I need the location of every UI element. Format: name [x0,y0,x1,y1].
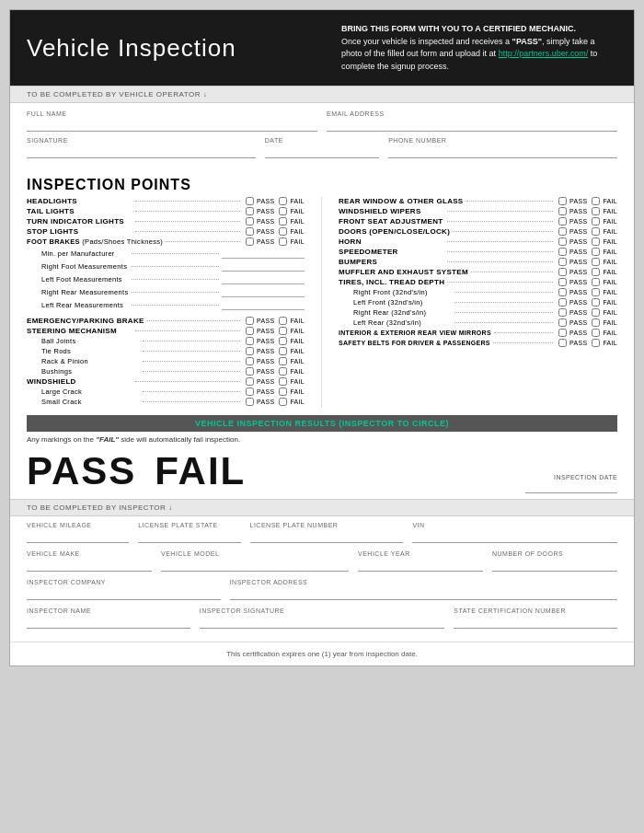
headlights-pass-checkbox[interactable] [246,197,254,205]
doors-fail-checkbox[interactable] [592,227,600,236]
rear-window-fail-checkbox[interactable] [592,197,600,205]
table-row: TURN INDICATOR LIGHTS PASS FAIL [27,217,305,226]
turn-indicator-pass-checkbox[interactable] [246,217,254,226]
speedometer-pass-checkbox[interactable] [558,248,567,256]
tail-lights-fail-checkbox[interactable] [279,207,287,215]
windshield-fail-checkbox[interactable] [279,377,287,386]
windshield-pass-checkbox[interactable] [246,377,254,386]
front-seat-pass-checkbox[interactable] [558,217,567,226]
phone-input[interactable] [388,145,617,158]
doors-input[interactable] [492,559,617,572]
table-row: STEERING MECHANISM PASS FAIL [27,327,305,335]
lr-tire-pass-checkbox[interactable] [558,318,567,327]
tires-pass-checkbox[interactable] [558,278,567,286]
rack-pinion-fail-checkbox[interactable] [279,357,287,365]
full-name-input[interactable] [27,119,317,132]
lf-tire-fail-checkbox[interactable] [592,298,600,307]
table-row: FOOT BRAKES (Pads/Shoes Thickness) PASS … [27,237,305,246]
lf-tire-pass-checkbox[interactable] [558,298,567,307]
wipers-fail-checkbox[interactable] [592,207,600,215]
date-field: DATE [265,137,379,158]
doors-pass-checkbox[interactable] [558,227,567,236]
mileage-field: VEHICLE MILEAGE [27,522,129,543]
steering-pass-checkbox[interactable] [246,327,254,335]
steering-fail-checkbox[interactable] [279,327,287,335]
mirrors-pass-checkbox[interactable] [558,329,567,337]
front-seat-fail-checkbox[interactable] [592,217,600,226]
large-crack-fail-checkbox[interactable] [279,388,287,396]
wipers-pass-checkbox[interactable] [558,207,567,215]
bushings-pass-checkbox[interactable] [246,367,254,376]
foot-brakes-pass-checkbox[interactable] [246,237,254,246]
bushings-fail-checkbox[interactable] [279,367,287,376]
bumpers-fail-checkbox[interactable] [592,258,600,266]
company-input[interactable] [27,587,221,600]
brake-sub-row: Left Rear Measurements [27,299,305,310]
address-field: INSPECTOR ADDRESS [230,579,617,600]
rr-tire-fail-checkbox[interactable] [592,308,600,317]
table-row: Tie Rods PASS FAIL [27,347,305,355]
horn-fail-checkbox[interactable] [592,237,600,246]
large-crack-pass-checkbox[interactable] [246,388,254,396]
table-row: INTERIOR & EXTERIOR REAR VIEW MIRRORS PA… [339,329,617,337]
horn-pass-checkbox[interactable] [558,237,567,246]
bumpers-pass-checkbox[interactable] [558,258,567,266]
speedometer-fail-checkbox[interactable] [592,248,600,256]
table-row: SAFETY BELTS FOR DRIVER & PASSENGERS PAS… [339,339,617,347]
full-name-field: FULL NAME [27,110,317,132]
safety-belts-fail-checkbox[interactable] [592,339,600,347]
year-input[interactable] [358,559,483,572]
tie-rods-fail-checkbox[interactable] [279,347,287,355]
rf-tire-fail-checkbox[interactable] [592,288,600,296]
ball-joints-pass-checkbox[interactable] [246,337,254,345]
fail-word: FAIL [155,449,246,493]
rf-tire-pass-checkbox[interactable] [558,288,567,296]
small-crack-pass-checkbox[interactable] [246,398,254,406]
plate-number-input[interactable] [250,530,404,543]
make-input[interactable] [27,559,152,572]
model-input[interactable] [161,559,349,572]
inspector-name-input[interactable] [27,616,190,629]
email-field: EMAIL ADDRESS [327,110,617,132]
lr-tire-fail-checkbox[interactable] [592,318,600,327]
date-input[interactable] [265,145,379,158]
tie-rods-pass-checkbox[interactable] [246,347,254,355]
safety-belts-pass-checkbox[interactable] [558,339,567,347]
plate-state-input[interactable] [138,530,240,543]
header-instructions: BRING THIS FORM WITH YOU TO A CERTIFIED … [341,23,617,73]
page-title: Vehicle Inspection [27,34,236,63]
emergency-brake-fail-checkbox[interactable] [279,317,287,325]
emergency-brake-pass-checkbox[interactable] [246,317,254,325]
headlights-fail-checkbox[interactable] [279,197,287,205]
muffler-pass-checkbox[interactable] [558,268,567,276]
table-row: SPEEDOMETER PASS FAIL [339,248,617,256]
table-row: Small Crack PASS FAIL [27,398,305,406]
cert-input[interactable] [454,616,617,629]
turn-indicator-fail-checkbox[interactable] [279,217,287,226]
rear-window-pass-checkbox[interactable] [558,197,567,205]
vin-input[interactable] [412,530,617,543]
mirrors-fail-checkbox[interactable] [592,329,600,337]
email-input[interactable] [327,119,617,132]
stop-lights-pass-checkbox[interactable] [246,227,254,236]
muffler-fail-checkbox[interactable] [592,268,600,276]
rack-pinion-pass-checkbox[interactable] [246,357,254,365]
phone-field: PHONE NUMBER [388,137,617,158]
small-crack-fail-checkbox[interactable] [279,398,287,406]
result-note: Any markings on the "FAIL" side will aut… [10,432,634,445]
mileage-input[interactable] [27,530,129,543]
rr-tire-pass-checkbox[interactable] [558,308,567,317]
table-row: Left Rear (32nd's/in) PASS FAIL [339,318,617,327]
ball-joints-fail-checkbox[interactable] [279,337,287,345]
inspector-sig-input[interactable] [200,616,445,629]
brake-sub-row: Min. per Manufacturer [27,248,305,259]
inspection-date-input[interactable] [525,480,617,493]
footer-cert-note: This certification expires one (1) year … [10,642,634,665]
tires-fail-checkbox[interactable] [592,278,600,286]
results-bar: VEHICLE INSPECTION RESULTS (Inspector To… [27,415,617,432]
tail-lights-pass-checkbox[interactable] [246,207,254,215]
foot-brakes-fail-checkbox[interactable] [279,237,287,246]
stop-lights-fail-checkbox[interactable] [279,227,287,236]
address-input[interactable] [230,587,617,600]
signature-input[interactable] [27,145,256,158]
